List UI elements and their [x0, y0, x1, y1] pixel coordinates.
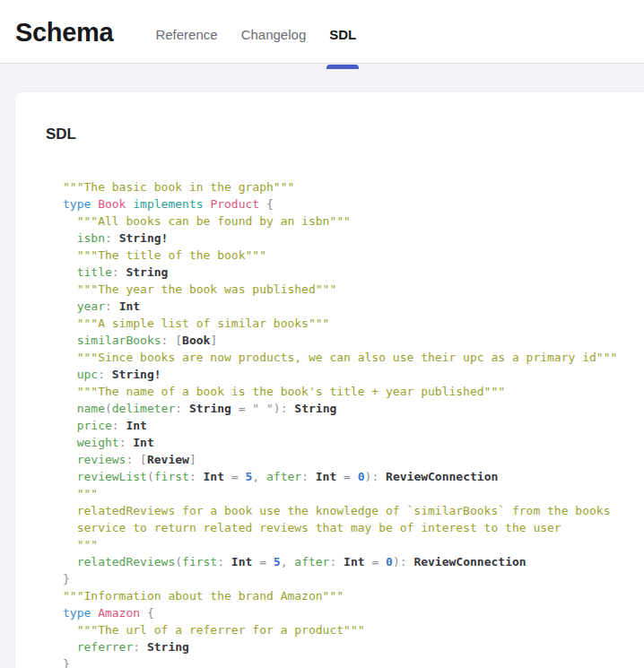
code-line: weight: Int — [63, 434, 622, 451]
code-line: title: String — [63, 264, 622, 281]
code-line: similarBooks: [Book] — [63, 332, 622, 349]
code-token-field: first — [182, 555, 217, 568]
code-token-field: reviews — [63, 453, 126, 466]
code-token-type: String — [147, 640, 189, 654]
code-token-type: ReviewConnection — [413, 555, 526, 568]
code-token-punc: = — [231, 402, 252, 415]
code-token-punc: ): — [393, 555, 413, 568]
code-token-punc: : — [329, 555, 344, 568]
code-token-punc: ] — [210, 334, 217, 347]
code-line: relatedReviews(first: Int = 5, after: In… — [63, 553, 622, 570]
code-token-type: String — [126, 265, 168, 279]
code-token-doc: """ — [63, 487, 98, 500]
code-token-punc: : [ — [161, 334, 182, 347]
code-token-doc: """The title of the book""" — [63, 248, 266, 262]
code-token-field: similarBooks — [63, 334, 161, 347]
code-token-def: Amazon — [98, 606, 140, 620]
code-line: """The name of a book is the book's titl… — [63, 383, 622, 400]
code-line: """ — [63, 485, 622, 502]
code-line: """The year the book was published""" — [63, 281, 622, 298]
code-token-impl: implements — [126, 197, 210, 211]
code-token-punc: : — [112, 419, 126, 432]
code-token-punc: { — [259, 197, 274, 211]
code-token-kw: type — [63, 197, 98, 211]
code-token-doc: """Since books are now products, we can … — [63, 351, 617, 364]
code-token-str: " " — [252, 402, 273, 415]
code-line: """The title of the book""" — [63, 247, 622, 264]
content-area: SDL """The basic book in the graph"""typ… — [0, 64, 644, 668]
code-token-punc: } — [63, 572, 70, 586]
code-token-doc: """ — [63, 538, 98, 551]
page-header: Schema Reference Changelog SDL — [0, 0, 644, 64]
code-line: reviewList(first: Int = 5, after: Int = … — [63, 468, 622, 485]
code-token-punc: ): — [365, 470, 386, 483]
code-token-field: after — [266, 470, 301, 483]
tab-bar: Reference Changelog SDL — [144, 0, 368, 63]
tab-reference-label: Reference — [155, 27, 217, 42]
code-token-type: Int — [204, 470, 224, 483]
code-token-def: Book — [98, 197, 126, 211]
code-token-doc: relatedReviews for a book use the knowle… — [63, 504, 610, 517]
code-token-field: reviewList — [63, 470, 147, 483]
code-token-type: Int — [119, 299, 140, 313]
code-token-punc: = — [224, 470, 245, 483]
code-token-doc: """The url of a referrer for a product""… — [63, 623, 365, 637]
code-line: relatedReviews for a book use the knowle… — [63, 502, 622, 519]
code-line: """Since books are now products, we can … — [63, 349, 622, 366]
code-token-punc: : — [98, 368, 112, 381]
code-token-def: Product — [210, 197, 259, 211]
tab-changelog[interactable]: Changelog — [230, 6, 318, 63]
code-token-punc: { — [140, 606, 154, 620]
code-token-num: 0 — [358, 470, 365, 483]
code-token-punc: ( — [147, 470, 154, 483]
code-line: } — [63, 655, 622, 668]
code-token-doc: """A simple list of similar books""" — [63, 317, 329, 330]
code-token-num: 5 — [274, 555, 281, 568]
code-token-doc: """Information about the brand Amazon""" — [63, 589, 344, 603]
code-token-punc: } — [63, 657, 70, 668]
code-token-punc: = — [252, 555, 273, 568]
code-token-type: Int — [344, 555, 364, 568]
code-token-punc: , — [281, 555, 295, 568]
code-token-field: upc — [63, 368, 98, 381]
code-token-field: first — [154, 470, 189, 483]
code-token-punc: : — [175, 402, 189, 415]
code-token-type: String — [189, 402, 231, 415]
code-token-punc: ): — [274, 402, 294, 415]
card-heading: SDL — [46, 126, 622, 143]
code-line: """Information about the brand Amazon""" — [63, 587, 622, 604]
code-token-type: Int — [133, 436, 153, 449]
code-token-doc: """The year the book was published""" — [63, 282, 336, 296]
code-line: } — [63, 570, 622, 587]
code-token-kw: type — [63, 606, 98, 620]
code-token-punc: : — [112, 265, 126, 279]
code-token-field: price — [63, 419, 112, 432]
code-line: """ — [63, 536, 622, 553]
code-token-type: String! — [112, 368, 161, 381]
code-token-type: Int — [231, 555, 252, 568]
code-token-field: referrer — [63, 640, 133, 654]
code-line: """All books can be found by an isbn""" — [63, 213, 622, 230]
code-token-field: weight — [63, 436, 119, 449]
code-token-doc: """The basic book in the graph""" — [63, 180, 294, 194]
code-line: name(delimeter: String = " "): String — [63, 400, 622, 417]
code-line: price: Int — [63, 417, 622, 434]
code-line: reviews: [Review] — [63, 451, 622, 468]
code-line: upc: String! — [63, 366, 622, 383]
code-line: year: Int — [63, 298, 622, 315]
tab-changelog-label: Changelog — [241, 27, 307, 42]
tab-sdl[interactable]: SDL — [318, 6, 368, 63]
code-token-type: ReviewConnection — [386, 470, 498, 483]
code-line: isbn: String! — [63, 230, 622, 247]
code-line: """The basic book in the graph""" — [63, 178, 622, 195]
code-token-doc: """All books can be found by an isbn""" — [63, 214, 351, 228]
code-token-punc: ] — [189, 453, 196, 466]
code-line: referrer: String — [63, 638, 622, 655]
code-line: service to return related reviews that m… — [63, 519, 622, 536]
code-token-punc: : — [217, 555, 231, 568]
code-token-punc: : — [301, 470, 316, 483]
code-token-num: 0 — [386, 555, 393, 568]
tab-reference[interactable]: Reference — [144, 6, 229, 63]
code-token-punc: : — [189, 470, 204, 483]
code-token-field: isbn — [63, 231, 105, 245]
